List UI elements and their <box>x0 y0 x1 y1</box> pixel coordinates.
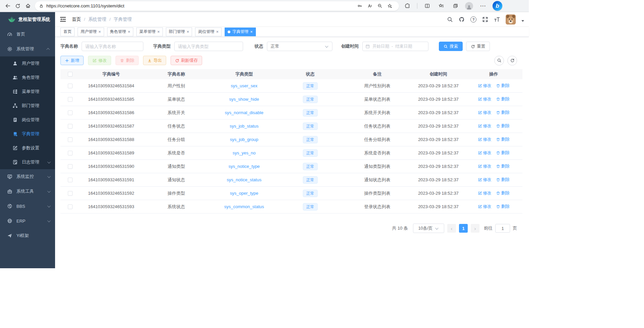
row-delete-link[interactable]: 删除 <box>496 177 510 183</box>
dict-type-link[interactable]: sys_job_group <box>230 137 259 142</box>
sidebar-item-log[interactable]: 日志管理 <box>0 155 55 169</box>
date-range-picker[interactable]: 开始日期 - 结束日期 <box>362 42 428 51</box>
row-checkbox[interactable] <box>68 84 73 88</box>
add-button[interactable]: 新增 <box>60 56 84 65</box>
sidebar-item-yi[interactable]: Yi框架 <box>0 228 55 243</box>
more-options-icon[interactable]: ⋯ <box>478 1 487 11</box>
read-aloud-icon[interactable] <box>365 2 375 10</box>
show-search-toggle-button[interactable] <box>494 56 504 65</box>
row-checkbox[interactable] <box>68 204 73 209</box>
zoom-out-icon[interactable] <box>375 2 385 10</box>
password-key-icon[interactable] <box>355 2 365 10</box>
search-button[interactable]: 搜索 <box>439 42 463 51</box>
close-icon[interactable]: × <box>98 30 101 34</box>
font-size-icon[interactable] <box>494 16 500 22</box>
row-checkbox[interactable] <box>68 110 73 115</box>
row-delete-link[interactable]: 删除 <box>496 150 510 156</box>
dict-type-link[interactable]: sys_common_status <box>224 204 264 209</box>
row-checkbox[interactable] <box>68 151 73 155</box>
row-edit-link[interactable]: 修改 <box>478 204 492 209</box>
reload-icon[interactable] <box>13 1 23 11</box>
sidebar-item-dict[interactable]: 字典管理 <box>0 127 55 141</box>
github-icon[interactable] <box>459 16 465 22</box>
row-checkbox[interactable] <box>68 124 73 129</box>
user-avatar[interactable] <box>506 14 516 25</box>
tab-role[interactable]: 角色管理× <box>107 28 134 36</box>
dict-type-link[interactable]: sys_yes_no <box>233 150 256 155</box>
refresh-cache-button[interactable]: 刷新缓存 <box>171 56 202 65</box>
dict-type-link[interactable]: sys_normal_disable <box>225 110 264 115</box>
row-delete-link[interactable]: 删除 <box>496 96 510 102</box>
sidebar-item-post[interactable]: 岗位管理 <box>0 113 55 127</box>
favorites-icon[interactable] <box>437 1 446 11</box>
row-edit-link[interactable]: 修改 <box>478 190 492 196</box>
row-edit-link[interactable]: 修改 <box>478 123 492 129</box>
dict-type-link[interactable]: sys_job_status <box>230 124 259 129</box>
header-search-icon[interactable] <box>447 16 453 22</box>
close-icon[interactable]: × <box>250 30 253 34</box>
sidebar-item-erp[interactable]: ERP <box>0 214 55 228</box>
split-screen-icon[interactable] <box>423 1 431 11</box>
goto-page-input[interactable] <box>495 224 510 233</box>
browser-profile-icon[interactable] <box>465 2 473 10</box>
row-edit-link[interactable]: 修改 <box>478 96 492 102</box>
collections-icon[interactable] <box>451 1 460 11</box>
row-delete-link[interactable]: 删除 <box>496 204 510 209</box>
row-delete-link[interactable]: 删除 <box>496 83 510 89</box>
sidebar-item-user[interactable]: 用户管理 <box>0 56 55 71</box>
dict-type-link[interactable]: sys_user_sex <box>231 83 257 88</box>
row-checkbox[interactable] <box>68 97 73 102</box>
close-icon[interactable]: × <box>157 30 160 34</box>
row-edit-link[interactable]: 修改 <box>478 83 492 89</box>
extensions-icon[interactable] <box>403 1 412 11</box>
close-icon[interactable]: × <box>187 30 189 34</box>
collapse-sidebar-icon[interactable] <box>60 16 66 23</box>
back-icon[interactable] <box>3 1 13 11</box>
row-edit-link[interactable]: 修改 <box>478 110 492 115</box>
row-checkbox[interactable] <box>68 137 73 142</box>
row-delete-link[interactable]: 删除 <box>496 190 510 196</box>
page-size-select[interactable]: 10条/页 <box>413 224 444 233</box>
tab-dept[interactable]: 部门管理× <box>166 28 192 36</box>
row-checkbox[interactable] <box>68 191 73 196</box>
fullscreen-icon[interactable] <box>482 16 488 22</box>
sidebar-item-monitor[interactable]: 系统监控 <box>0 169 55 184</box>
tab-dict-active[interactable]: 字典管理× <box>225 28 256 36</box>
select-all-checkbox[interactable] <box>68 72 73 77</box>
dict-type-input[interactable] <box>174 42 243 51</box>
sidebar-item-menu[interactable]: 菜单管理 <box>0 85 55 99</box>
dict-name-input[interactable] <box>82 42 143 51</box>
bing-chat-icon[interactable]: b <box>493 1 502 11</box>
row-delete-link[interactable]: 删除 <box>496 123 510 129</box>
sidebar-item-tool[interactable]: 系统工具 <box>0 184 55 199</box>
tab-user[interactable]: 用户管理× <box>78 28 104 36</box>
status-select[interactable]: 正常 <box>267 42 332 51</box>
refresh-table-button[interactable] <box>507 56 517 65</box>
row-delete-link[interactable]: 删除 <box>496 110 510 115</box>
dict-type-link[interactable]: sys_oper_type <box>230 191 259 196</box>
address-bar[interactable]: https://ccnetcore.com:1101/system/dict <box>35 1 399 11</box>
dict-type-link[interactable]: sys_notice_status <box>227 177 261 182</box>
export-button[interactable]: 导出 <box>143 56 166 65</box>
sidebar-item-system[interactable]: 系统管理 <box>0 42 55 56</box>
tab-menu[interactable]: 菜单管理× <box>136 28 163 36</box>
sidebar-item-config[interactable]: 参数设置 <box>0 141 55 155</box>
row-checkbox[interactable] <box>68 164 73 169</box>
sidebar-item-home[interactable]: 首页 <box>0 27 55 42</box>
home-icon[interactable] <box>23 1 33 11</box>
row-edit-link[interactable]: 修改 <box>478 177 492 183</box>
row-edit-link[interactable]: 修改 <box>478 163 492 169</box>
row-edit-link[interactable]: 修改 <box>478 137 492 142</box>
sidebar-item-bbs[interactable]: BBS <box>0 199 55 214</box>
sidebar-item-role[interactable]: 角色管理 <box>0 71 55 85</box>
row-checkbox[interactable] <box>68 178 73 182</box>
row-delete-link[interactable]: 删除 <box>496 137 510 142</box>
sidebar-item-dept[interactable]: 部门管理 <box>0 99 55 113</box>
reset-button[interactable]: 重置 <box>466 42 490 51</box>
avatar-caret-icon[interactable] <box>521 20 524 22</box>
close-icon[interactable]: × <box>128 30 131 34</box>
breadcrumb-system[interactable]: 系统管理 <box>88 16 106 22</box>
dict-type-link[interactable]: sys_notice_type <box>228 164 260 169</box>
app-logo[interactable]: 意框架管理系统 <box>0 12 55 27</box>
row-edit-link[interactable]: 修改 <box>478 150 492 156</box>
